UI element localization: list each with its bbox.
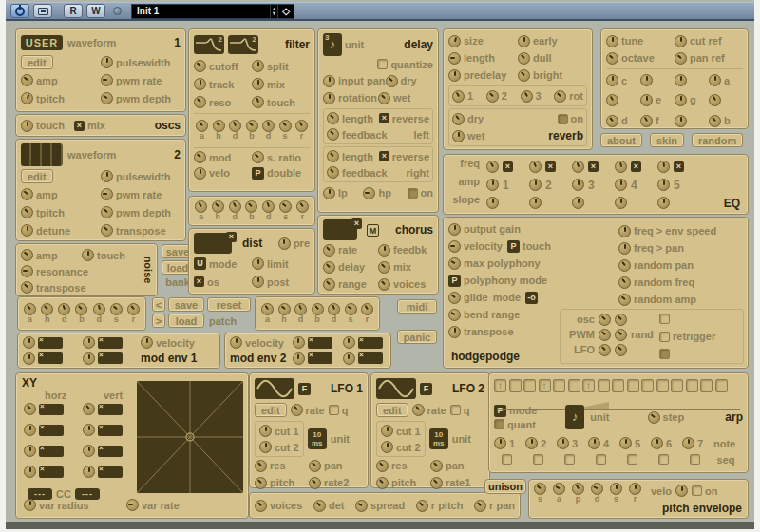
- g-knob[interactable]: [674, 94, 687, 106]
- reso-knob[interactable]: [194, 96, 206, 108]
- slope-5-knob[interactable]: [657, 197, 670, 209]
- slope-4-knob[interactable]: [615, 197, 627, 209]
- a-knob[interactable]: [553, 483, 565, 495]
- ctl-knob[interactable]: [606, 94, 618, 106]
- lfo2-free-button[interactable]: F: [420, 383, 432, 395]
- ctl-knob[interactable]: [24, 403, 36, 415]
- power-button[interactable]: [10, 4, 29, 18]
- on-checkbox[interactable]: [558, 114, 568, 124]
- amp-knob[interactable]: [21, 188, 33, 200]
- det-knob[interactable]: [314, 500, 326, 512]
- ctl-knob[interactable]: [24, 445, 36, 457]
- option-checkbox[interactable]: [564, 454, 575, 465]
- tpitch-knob[interactable]: [21, 92, 33, 104]
- ctl-knob[interactable]: [24, 424, 36, 436]
- mod-target-dropdown[interactable]: ×: [98, 404, 123, 415]
- on-checkbox[interactable]: [692, 485, 702, 496]
- mod-target-dropdown[interactable]: ×: [98, 425, 123, 436]
- mix-x-checkbox[interactable]: ×: [74, 121, 85, 131]
- dry-knob[interactable]: [386, 75, 398, 87]
- ctl-knob[interactable]: [83, 424, 95, 436]
- s-knob[interactable]: [279, 200, 292, 213]
- h-knob[interactable]: [41, 303, 53, 315]
- osc1-waveform-display[interactable]: USER: [21, 35, 63, 50]
- transpose-knob[interactable]: [21, 281, 33, 294]
- amp-1-knob[interactable]: [486, 179, 499, 191]
- arp-step[interactable]: [612, 379, 624, 392]
- d-knob[interactable]: [591, 483, 603, 495]
- resonance-knob[interactable]: [21, 265, 33, 277]
- random-freq-knob[interactable]: [618, 276, 631, 289]
- pitch-knob[interactable]: [255, 477, 267, 489]
- b-knob[interactable]: [312, 303, 324, 315]
- slope-1-knob[interactable]: [486, 197, 499, 209]
- predelay-knob[interactable]: [448, 69, 461, 82]
- arp-step[interactable]: [509, 379, 522, 392]
- band-3-x-checkbox[interactable]: ×: [588, 162, 598, 172]
- arp-step[interactable]: ↑: [539, 379, 551, 392]
- pan-knob[interactable]: [430, 460, 443, 472]
- a-knob[interactable]: [261, 303, 274, 315]
- h-knob[interactable]: [278, 303, 291, 315]
- mod-knob[interactable]: [194, 151, 206, 163]
- ctl-knob[interactable]: [23, 336, 35, 349]
- hp-knob[interactable]: [363, 187, 375, 200]
- d-knob[interactable]: [262, 120, 275, 132]
- rate-knob[interactable]: [291, 404, 303, 416]
- cut-2-knob[interactable]: [381, 441, 393, 453]
- spread-knob[interactable]: [355, 500, 368, 512]
- ctl-knob[interactable]: [343, 336, 355, 349]
- early-knob[interactable]: [518, 35, 530, 48]
- split-knob[interactable]: [252, 60, 264, 72]
- b-knob[interactable]: [246, 120, 258, 132]
- r-pitch-knob[interactable]: [416, 500, 428, 512]
- mod-target-dropdown[interactable]: ×: [308, 337, 332, 349]
- random-amp-knob[interactable]: [618, 294, 631, 306]
- 2-knob[interactable]: [525, 437, 538, 449]
- patch-reset-button[interactable]: reset: [207, 297, 251, 312]
- tpitch-knob[interactable]: [21, 206, 33, 218]
- midi-button[interactable]: midi: [397, 299, 437, 314]
- pulsewidth-knob[interactable]: [101, 170, 113, 182]
- slope-3-knob[interactable]: [572, 197, 584, 209]
- rotation-knob[interactable]: [323, 92, 335, 104]
- freq-1-knob[interactable]: [486, 161, 499, 173]
- delay-knob[interactable]: [323, 261, 335, 274]
- feedback-knob[interactable]: [327, 128, 339, 141]
- 3-knob[interactable]: [557, 437, 569, 449]
- 5-knob[interactable]: [619, 437, 632, 449]
- r-knob[interactable]: [296, 200, 309, 213]
- ctl-knob[interactable]: [343, 352, 355, 365]
- ctl-knob[interactable]: [23, 352, 35, 365]
- limit-knob[interactable]: [252, 257, 264, 270]
- arp-step[interactable]: [686, 379, 698, 392]
- b-knob[interactable]: [245, 200, 257, 213]
- input-pan-knob[interactable]: [323, 75, 335, 87]
- s-knob[interactable]: [279, 120, 292, 132]
- rate-knob[interactable]: [412, 404, 425, 416]
- h-knob[interactable]: [213, 120, 225, 132]
- option-checkbox[interactable]: [533, 454, 543, 465]
- amp-3-knob[interactable]: [572, 179, 584, 191]
- write-automation-button[interactable]: W: [86, 4, 105, 18]
- velocity-knob[interactable]: [448, 240, 461, 253]
- mod-target-dropdown[interactable]: ×: [98, 466, 123, 478]
- velocity-knob[interactable]: [230, 336, 242, 349]
- p-knob[interactable]: [572, 483, 584, 495]
- xy-pad[interactable]: [137, 381, 243, 493]
- quant-checkbox[interactable]: [494, 419, 504, 429]
- r-knob[interactable]: [629, 483, 641, 495]
- r-knob[interactable]: [295, 120, 308, 132]
- ctl-knob[interactable]: [675, 484, 688, 497]
- b-knob[interactable]: [709, 115, 721, 127]
- arp-step[interactable]: [553, 379, 565, 392]
- rate-knob[interactable]: [323, 244, 335, 256]
- var-radius-knob[interactable]: [24, 499, 36, 511]
- lfo2-unit-display[interactable]: 10 ms: [429, 428, 448, 449]
- max-polyphony-knob[interactable]: [448, 257, 461, 270]
- s-knob[interactable]: [110, 303, 123, 315]
- random-button[interactable]: random: [692, 133, 743, 147]
- arp-step[interactable]: [523, 379, 536, 392]
- cut-2-knob[interactable]: [259, 441, 272, 453]
- ctl-knob[interactable]: [640, 74, 653, 86]
